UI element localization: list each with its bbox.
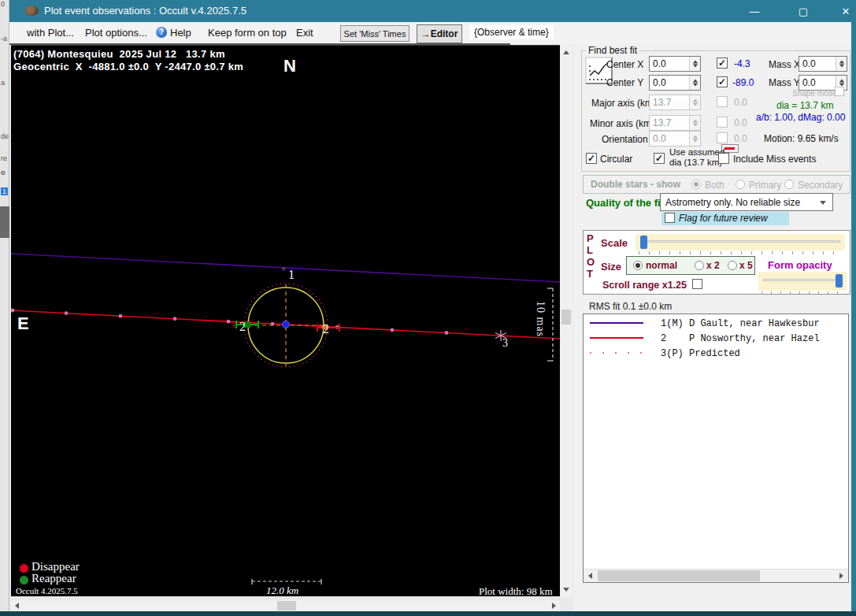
menu-bar: with Plot... Plot options... ? Help Keep… [9, 22, 856, 44]
double-secondary-radio[interactable] [784, 180, 794, 189]
editor-button[interactable]: →Editor [417, 24, 462, 43]
form-opacity-thumb[interactable] [836, 274, 843, 288]
plot-title: (7064) Montesquieu 2025 Jul 12 13.7 km [13, 48, 225, 60]
menu-keep-on-top[interactable]: Keep form on top [208, 27, 287, 39]
plot-canvas[interactable]: × [11, 45, 560, 596]
listbox-scroll-left-icon[interactable] [588, 573, 592, 579]
double-primary-label: Primary [749, 180, 781, 191]
chord-list-item[interactable]: 3(P) Predicted [584, 347, 848, 359]
minor-axis-spinner[interactable]: 13.7 [649, 115, 701, 131]
major-axis-spinner[interactable]: 13.7 [649, 95, 701, 110]
scroll-right-icon[interactable] [552, 603, 556, 609]
form-opacity-slider[interactable] [758, 272, 847, 291]
window-right-border [851, 0, 856, 616]
bg-fragment-block [0, 206, 9, 238]
km-scale-label: 12.0 km [266, 584, 298, 597]
minor-axis-checkbox[interactable] [717, 117, 728, 128]
double-both-radio[interactable] [691, 180, 701, 189]
center-y-arrows[interactable] [689, 76, 700, 90]
chord-2-observer: P Nosworthy, near Hazel [689, 333, 820, 344]
flag-review-label: Flag for future review [679, 213, 768, 224]
center-dot [283, 321, 290, 328]
scale-slider-thumb[interactable] [640, 236, 647, 249]
scale-slider[interactable] [636, 234, 845, 250]
mass-x-arrows[interactable] [836, 57, 847, 71]
center-y-checkbox[interactable]: ✓ [717, 76, 728, 87]
mass-y-value: 0.0 [799, 76, 836, 90]
plot-letter-p: P [587, 232, 594, 244]
plot-vertical-scrollbar[interactable] [560, 45, 573, 597]
center-y-spinner[interactable]: 0.0 [649, 75, 701, 91]
orientation-fit-value: 0.0 [734, 133, 747, 144]
quality-dropdown[interactable]: Astrometry only. No reliable size [660, 193, 833, 211]
bg-fragment: re [1, 154, 7, 162]
application-window: 0 -a a de re o 1 Plot event observations… [0, 0, 856, 616]
chord-list-item[interactable]: 1(M) D Gault, near Hawkesbur [584, 317, 848, 329]
minor-axis-arrows [689, 116, 700, 130]
chord-3-observer: Predicted [689, 348, 740, 359]
size-x5-radio[interactable] [728, 261, 737, 270]
include-miss-label: Include Miss events [733, 154, 816, 165]
minor-axis-fit-value: 0.0 [734, 117, 747, 128]
menu-with-plot[interactable]: with Plot... [27, 27, 74, 39]
vertical-scroll-thumb[interactable] [561, 310, 571, 325]
include-miss-checkbox[interactable] [718, 153, 729, 164]
menu-plot-options[interactable]: Plot options... [85, 27, 147, 39]
menu-help[interactable]: Help [170, 27, 191, 39]
center-y-fit-value: -89.0 [732, 77, 754, 88]
center-x-arrows[interactable] [689, 57, 700, 71]
listbox-scroll-thumb[interactable] [598, 570, 760, 581]
scroll-range-checkbox[interactable] [692, 279, 702, 289]
size-normal-radio[interactable] [633, 261, 643, 270]
minimize-button[interactable]: — [736, 0, 773, 22]
double-primary-radio[interactable] [736, 180, 745, 189]
size-x2-radio[interactable] [695, 261, 704, 270]
help-icon[interactable]: ? [156, 27, 167, 38]
bg-fragment: 0 [1, 0, 5, 8]
scroll-left-icon[interactable] [15, 603, 19, 609]
major-axis-checkbox[interactable] [717, 96, 728, 107]
major-axis-arrows [689, 95, 700, 109]
circular-checkbox[interactable]: ✓ [586, 153, 597, 164]
use-assumed-label-2: dia (13.7 km) [669, 158, 722, 167]
double-stars-label: Double stars - show [591, 179, 680, 190]
window-title: Plot event observations : Occult v.4.202… [44, 5, 246, 17]
scroll-down-icon[interactable] [563, 588, 569, 592]
chord-2-right-label: 2 [323, 322, 329, 336]
maximize-button[interactable]: ▢ [785, 0, 821, 22]
set-miss-times-button[interactable]: Set 'Miss' Times [340, 25, 409, 42]
major-axis-label: Major axis (km) [591, 98, 656, 109]
reappear-dot-icon [20, 576, 28, 584]
chord-3-label: 3 [502, 337, 508, 350]
center-x-spinner[interactable]: 0.0 [649, 56, 701, 72]
flag-review-checkbox[interactable] [665, 213, 675, 223]
disappear-dot-icon [20, 564, 28, 573]
chord-list-item[interactable]: 2 P Nosworthy, near Hazel [584, 332, 848, 344]
mass-x-spinner[interactable]: 0.0 [799, 56, 847, 72]
control-panel: Find best fit Center X 0.0 ✓ -4.3 Mass X… [573, 44, 851, 611]
center-x-checkbox[interactable]: ✓ [717, 58, 728, 69]
minor-axis-value: 13.7 [650, 116, 689, 130]
orientation-spinner[interactable]: 0.0 [649, 131, 701, 147]
scroll-up-icon[interactable] [563, 50, 569, 54]
listbox-scrollbar[interactable] [584, 569, 848, 582]
reappear-legend: Reappear [31, 572, 76, 585]
chords-listbox[interactable]: 1(M) D Gault, near Hawkesbur 2 P Noswort… [583, 314, 849, 583]
circular-label: Circular [600, 154, 632, 165]
window-bottom-border [0, 611, 856, 616]
shape-model-checkbox[interactable] [835, 87, 844, 96]
center-y-label: Center Y [606, 77, 643, 88]
chord-1-observer: D Gault, near Hawkesbur [689, 318, 820, 329]
form-opacity-ticks [762, 291, 843, 295]
ab-dmag-label: a/b: 1.00, dMag: 0.00 [756, 112, 845, 123]
find-best-fit-label: Find best fit [586, 45, 639, 56]
form-opacity-label: Form opacity [768, 259, 832, 271]
quality-value: Astrometry only. No reliable size [665, 197, 800, 208]
plot-horizontal-scrollbar[interactable] [11, 600, 560, 611]
horizontal-scroll-thumb[interactable] [277, 601, 296, 610]
menu-exit[interactable]: Exit [296, 27, 313, 39]
orientation-checkbox[interactable] [717, 132, 728, 143]
km-scale-bar [252, 579, 321, 584]
use-assumed-checkbox[interactable]: ✓ [654, 153, 665, 164]
listbox-scroll-right-icon[interactable] [839, 573, 843, 579]
